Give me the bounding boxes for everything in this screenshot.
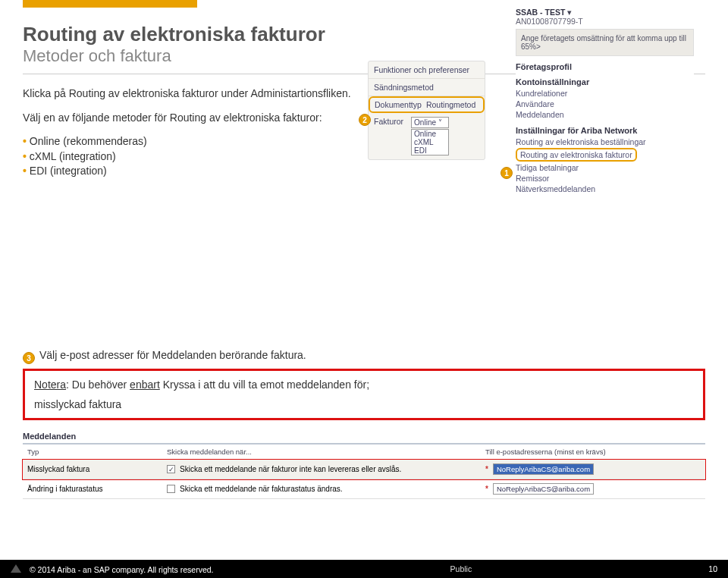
- email-input[interactable]: NoReplyAribaCS@ariba.com: [493, 463, 594, 475]
- item-kundrelationer[interactable]: Kundrelationer: [516, 88, 694, 99]
- footer-left: © 2014 Ariba - an SAP company. All right…: [11, 564, 213, 574]
- row-desc-cell: Skicka ett meddelande när fakturastatus …: [167, 485, 485, 493]
- note-t1: : Du behöver: [66, 379, 130, 391]
- method-edi: EDI (integration): [23, 164, 387, 179]
- opt-edi[interactable]: EDI: [412, 146, 448, 155]
- item-anvandare[interactable]: Användare: [516, 99, 694, 109]
- opt-cxml[interactable]: cXML: [412, 138, 448, 146]
- row-type: Misslyckad faktura: [23, 465, 167, 473]
- accent-band: [23, 0, 197, 8]
- chevron-down-icon: ▾: [567, 8, 572, 17]
- lower-title: Välj e-post adresser för Meddelanden ber…: [39, 349, 705, 361]
- revenue-prompt[interactable]: Ange företagets omsättning för att komma…: [516, 29, 694, 56]
- required-asterisk-icon: *: [485, 465, 488, 473]
- item-remissor[interactable]: Remissor: [516, 173, 694, 184]
- account-name: SSAB - TEST: [516, 8, 565, 17]
- row-type: Ändring i fakturastatus: [23, 485, 167, 493]
- row-desc: Skicka ett meddelande när fakturor inte …: [180, 465, 401, 473]
- panelA-tabs-highlight: Dokumenttyp Routingmetod: [369, 96, 485, 113]
- item-meddelanden[interactable]: Meddelanden: [516, 109, 694, 120]
- note-label: Notera: [34, 379, 66, 391]
- email-input[interactable]: NoReplyAribaCS@ariba.com: [493, 483, 594, 495]
- col-type: Typ: [23, 448, 167, 456]
- item-early-payments[interactable]: Tidiga betalningar: [516, 162, 694, 173]
- note-line1: Notera: Du behöver enbart Kryssa i att d…: [34, 379, 694, 391]
- method-online: Online (rekommenderas): [23, 134, 387, 149]
- item-routing-invoices-hl: Routing av elektroniska fakturor: [516, 147, 694, 162]
- tab-documenttype[interactable]: Dokumenttyp: [375, 100, 422, 109]
- intro-p2: Välj en av följande metoder för Routing …: [23, 111, 387, 126]
- section-ariba-network: Inställningar för Ariba Network: [516, 126, 694, 135]
- note-line2: misslyckad faktura: [34, 398, 694, 410]
- intro-p1: Klicka på Routing av elektroniska faktur…: [23, 86, 387, 102]
- item-routing-orders[interactable]: Routing av elektroniska beställningar: [516, 137, 694, 147]
- page-number: 10: [708, 564, 717, 573]
- routing-method-panel: Funktioner och preferenser Sändningsmeto…: [368, 61, 485, 160]
- account-side-panel: SSAB - TEST ▾ AN01008707799-T Ange föret…: [516, 8, 694, 194]
- callout-2: 2: [359, 114, 371, 126]
- copyright: © 2014 Ariba - an SAP company. All right…: [30, 565, 214, 574]
- panelA-fakturor-row: Fakturor Online ˅ Online cXML EDI: [369, 113, 485, 159]
- intro-text: Klicka på Routing av elektroniska faktur…: [23, 86, 387, 179]
- section-account-settings: Kontoinställningar: [516, 77, 694, 86]
- col-emails: Till e-postadresserna (minst en krävs): [485, 448, 698, 456]
- panelA-funcs: Funktioner och preferenser: [369, 61, 485, 79]
- method-list: Online (rekommenderas) cXML (integration…: [23, 134, 387, 179]
- footer-bar: © 2014 Ariba - an SAP company. All right…: [0, 560, 728, 578]
- panelA-sendmethod: Sändningsmetod: [369, 79, 485, 96]
- row-email-cell: * NoReplyAribaCS@ariba.com: [485, 483, 698, 495]
- routing-dropdown-value: Online: [414, 118, 436, 127]
- method-cxml: cXML (integration): [23, 149, 387, 165]
- required-asterisk-icon: *: [485, 485, 488, 493]
- note-box: Notera: Du behöver enbart Kryssa i att d…: [23, 369, 705, 420]
- row-desc: Skicka ett meddelande när fakturastatus …: [180, 485, 343, 493]
- lower-section: Välj e-post adresser för Meddelanden ber…: [23, 349, 705, 499]
- opt-online[interactable]: Online: [412, 130, 448, 138]
- col-when: Skicka meddelanden när...: [167, 448, 485, 456]
- notif-header-row: Typ Skicka meddelanden när... Till e-pos…: [23, 444, 705, 460]
- checkbox-status-change[interactable]: [167, 485, 175, 493]
- note-enb: enbart: [130, 379, 160, 391]
- logo-icon: [11, 564, 21, 573]
- item-routing-invoices[interactable]: Routing av elektroniska fakturor: [516, 148, 637, 162]
- section-company-profile[interactable]: Företagsprofil: [516, 62, 694, 71]
- notif-heading: Meddelanden: [23, 429, 705, 444]
- tab-routingmethod[interactable]: Routingmetod: [426, 100, 475, 109]
- table-row: Misslyckad faktura Skicka ett meddelande…: [23, 460, 705, 479]
- account-id: AN01008707799-T: [516, 17, 694, 26]
- row-email-cell: * NoReplyAribaCS@ariba.com: [485, 463, 698, 475]
- checkbox-failed-invoice[interactable]: [167, 465, 175, 473]
- routing-dropdown-options: Online cXML EDI: [411, 129, 449, 155]
- classification: Public: [450, 564, 472, 573]
- account-name-row[interactable]: SSAB - TEST ▾: [516, 8, 694, 17]
- callout-1: 1: [500, 167, 513, 179]
- chevron-down-icon: ˅: [438, 118, 442, 127]
- item-network-msgs[interactable]: Nätverksmeddelanden: [516, 184, 694, 194]
- table-row: Ändring i fakturastatus Skicka ett medde…: [23, 479, 705, 499]
- row-desc-cell: Skicka ett meddelande när fakturor inte …: [167, 465, 485, 473]
- routing-dropdown-wrap: Online ˅ Online cXML EDI: [411, 117, 449, 155]
- routing-dropdown[interactable]: Online ˅: [411, 117, 449, 128]
- fakturor-label: Fakturor: [374, 117, 403, 126]
- notifications-table: Meddelanden Typ Skicka meddelanden när..…: [23, 429, 705, 499]
- note-t2: Kryssa i att du vill ta emot meddelanden…: [160, 379, 369, 391]
